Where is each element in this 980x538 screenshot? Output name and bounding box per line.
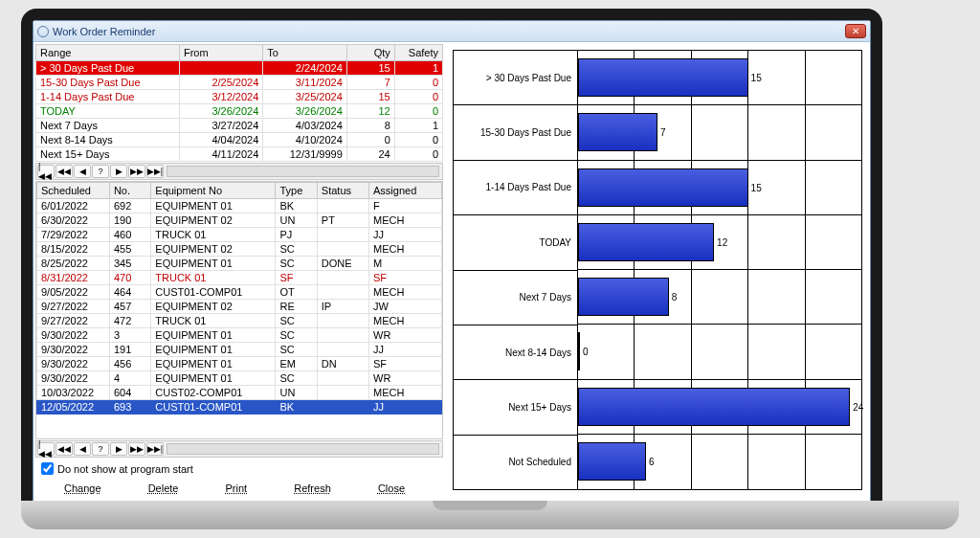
table-row[interactable]: 8/15/2022455EQUIPMENT 02SCMECH <box>37 242 442 257</box>
cell: OT <box>276 285 317 300</box>
nav-prev-icon[interactable]: ◀ <box>74 442 91 456</box>
wo-col-header[interactable]: Equipment No <box>151 183 276 199</box>
workorder-table-navigator[interactable]: |◀◀ ◀◀ ◀ ? ▶ ▶▶ ▶▶| <box>35 440 443 458</box>
nav-prevpage-icon[interactable]: ◀◀ <box>56 165 73 178</box>
cell: PJ <box>276 228 317 242</box>
range-row[interactable]: Next 7 Days3/27/20244/03/202481 <box>36 119 443 133</box>
range-row[interactable]: Next 8-14 Days4/04/20244/10/202400 <box>36 133 443 147</box>
table-row[interactable]: 7/29/2022460TRUCK 01PJJJ <box>37 228 442 242</box>
refresh-button[interactable]: Refresh <box>294 482 331 494</box>
cell: 3/26/2024 <box>179 104 262 119</box>
table-row[interactable]: 9/30/2022456EQUIPMENT 01EMDNSF <box>37 357 442 371</box>
table-row[interactable]: 10/03/2022604CUST02-COMP01UNMECH <box>37 386 442 400</box>
wo-col-header[interactable]: Scheduled <box>37 183 110 199</box>
range-table-navigator[interactable]: |◀◀ ◀◀ ◀ ? ▶ ▶▶ ▶▶| <box>35 163 443 180</box>
nav-help-icon[interactable]: ? <box>92 165 109 178</box>
cell <box>317 285 368 300</box>
nav-prev-icon[interactable]: ◀ <box>74 165 91 178</box>
cell: Next 8-14 Days <box>36 133 180 147</box>
cell: 3/26/2024 <box>263 104 346 119</box>
table-row[interactable]: 9/30/2022191EQUIPMENT 01SCJJ <box>37 343 442 357</box>
cell: 4/03/2024 <box>263 119 346 133</box>
wo-col-header[interactable]: Status <box>317 183 368 199</box>
cell: 8/31/2022 <box>37 271 110 285</box>
range-col-header[interactable]: Qty <box>346 45 394 61</box>
table-row[interactable]: 9/27/2022457EQUIPMENT 02REIPJW <box>37 300 442 314</box>
range-row[interactable]: TODAY3/26/20243/26/2024120 <box>36 104 443 119</box>
wo-col-header[interactable]: Assigned <box>369 183 442 199</box>
nav-nextpage-icon[interactable]: ▶▶ <box>128 165 145 178</box>
window-title: Work Order Reminder <box>53 26 155 37</box>
cell: 9/27/2022 <box>37 314 110 328</box>
nav-next-icon[interactable]: ▶ <box>110 165 127 178</box>
chart-category-label: 1-14 Days Past Due <box>454 161 578 215</box>
cell: 472 <box>109 314 150 328</box>
close-icon[interactable]: ✕ <box>845 24 866 38</box>
range-col-header[interactable]: Range <box>36 45 180 61</box>
cell: RE <box>276 300 317 314</box>
checkbox-label: Do not show at program start <box>57 463 193 475</box>
table-row[interactable]: 9/30/20224EQUIPMENT 01SCWR <box>37 371 442 386</box>
do-not-show-checkbox[interactable]: Do not show at program start <box>35 459 443 479</box>
wo-col-header[interactable]: Type <box>276 183 317 199</box>
cell <box>317 242 368 257</box>
table-row[interactable]: 9/27/2022472TRUCK 01SCMECH <box>37 314 442 328</box>
cell: JJ <box>369 400 442 415</box>
do-not-show-input[interactable] <box>41 462 54 475</box>
cell: 604 <box>109 386 150 400</box>
range-row[interactable]: 15-30 Days Past Due2/25/20243/11/202470 <box>36 76 443 90</box>
range-row[interactable]: 1-14 Days Past Due3/12/20243/25/2024150 <box>36 90 443 104</box>
range-col-header[interactable]: To <box>263 45 346 61</box>
table-row[interactable]: 6/01/2022692EQUIPMENT 01BKF <box>37 199 442 213</box>
cell <box>179 61 262 76</box>
chart-category-label: > 30 Days Past Due <box>454 51 578 105</box>
cell: Next 7 Days <box>36 119 180 133</box>
nav-next-icon[interactable]: ▶ <box>110 442 127 456</box>
table-row[interactable]: 9/30/20223EQUIPMENT 01SCWR <box>37 328 442 343</box>
cell: CUST01-COMP01 <box>151 285 276 300</box>
cell: 15-30 Days Past Due <box>36 76 180 90</box>
cell: 0 <box>394 76 442 90</box>
delete-button[interactable]: Delete <box>148 482 179 494</box>
table-row[interactable]: 8/25/2022345EQUIPMENT 01SCDONEM <box>37 257 442 271</box>
nav-help-icon[interactable]: ? <box>92 442 109 456</box>
chart-bar: 12 <box>578 223 714 261</box>
nav-prevpage-icon[interactable]: ◀◀ <box>56 442 73 456</box>
table-row[interactable]: 6/30/2022190EQUIPMENT 02UNPTMECH <box>37 213 442 228</box>
nav-last-icon[interactable]: ▶▶| <box>146 165 164 178</box>
cell: EQUIPMENT 01 <box>151 357 276 371</box>
nav-first-icon[interactable]: |◀◀ <box>37 165 55 178</box>
nav-first-icon[interactable]: |◀◀ <box>37 442 55 456</box>
cell: 3/25/2024 <box>263 90 346 104</box>
cell: EQUIPMENT 02 <box>151 242 276 257</box>
range-summary-table[interactable]: RangeFromToQtySafety > 30 Days Past Due2… <box>35 44 443 162</box>
cell: 0 <box>394 147 442 162</box>
wo-col-header[interactable]: No. <box>109 183 150 199</box>
table-row[interactable]: 12/05/2022693CUST01-COMP01BKJJ <box>37 400 442 415</box>
cell: BK <box>276 400 317 415</box>
change-button[interactable]: Change <box>64 482 101 494</box>
close-button[interactable]: Close <box>378 482 405 494</box>
range-row[interactable]: > 30 Days Past Due2/24/2024151 <box>36 61 443 76</box>
range-col-header[interactable]: Safety <box>394 45 442 61</box>
table-row[interactable]: 9/05/2022464CUST01-COMP01OTMECH <box>37 285 442 300</box>
cell: 4/11/2024 <box>179 147 262 162</box>
scrollbar[interactable] <box>167 443 439 455</box>
scrollbar[interactable] <box>167 166 439 177</box>
cell <box>317 386 368 400</box>
cell: EQUIPMENT 01 <box>151 328 276 343</box>
cell: 24 <box>346 147 394 162</box>
range-col-header[interactable]: From <box>179 45 262 61</box>
cell: PT <box>317 213 368 228</box>
cell: EM <box>276 357 317 371</box>
cell: EQUIPMENT 01 <box>151 257 276 271</box>
nav-last-icon[interactable]: ▶▶| <box>146 442 164 456</box>
print-button[interactable]: Print <box>226 482 248 494</box>
range-row[interactable]: Next 15+ Days4/11/202412/31/9999240 <box>36 147 443 162</box>
work-order-table[interactable]: ScheduledNo.Equipment NoTypeStatusAssign… <box>36 182 442 415</box>
chart-bar-row: 0 <box>578 325 861 379</box>
cell: TODAY <box>36 104 180 119</box>
nav-nextpage-icon[interactable]: ▶▶ <box>128 442 145 456</box>
cell: 3/12/2024 <box>179 90 262 104</box>
table-row[interactable]: 8/31/2022470TRUCK 01SFSF <box>37 271 442 285</box>
